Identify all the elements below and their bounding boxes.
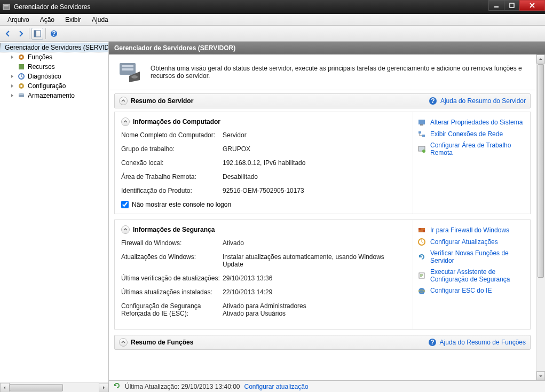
help-button[interactable]: ? bbox=[48, 28, 60, 40]
tree-item-funcoes[interactable]: Funções bbox=[0, 52, 108, 62]
value-iesec: Ativado para AdministradoresAtivado para… bbox=[223, 302, 406, 317]
menu-exibir[interactable]: Exibir bbox=[61, 15, 85, 25]
scroll-right-arrow-icon[interactable] bbox=[99, 383, 108, 392]
system-props-icon bbox=[417, 118, 426, 127]
help-link-resumo-servidor[interactable]: ? Ajuda do Resumo do Servidor bbox=[429, 97, 526, 105]
window-title: Gerenciador de Servidores bbox=[14, 3, 489, 11]
diagnostics-icon bbox=[17, 72, 26, 81]
help-link-resumo-funcoes[interactable]: ? Ajuda do Resumo de Funções bbox=[428, 338, 526, 347]
updates-icon bbox=[417, 238, 426, 246]
app-icon bbox=[2, 3, 11, 11]
link-configurar-atualizacoes[interactable]: Configurar Atualizações bbox=[416, 236, 527, 248]
svg-rect-5 bbox=[34, 30, 36, 37]
svg-rect-32 bbox=[423, 230, 425, 232]
svg-text:?: ? bbox=[431, 97, 435, 105]
toolbar-separator bbox=[45, 28, 46, 39]
link-verificar-funcoes[interactable]: Verificar Novas Funções de Servidor bbox=[416, 248, 527, 266]
svg-rect-26 bbox=[418, 131, 421, 134]
tree-item-diagnostico[interactable]: Diagnóstico bbox=[0, 72, 108, 81]
label-localconn: Conexão local: bbox=[121, 159, 223, 167]
expand-icon[interactable] bbox=[10, 83, 15, 89]
svg-rect-19 bbox=[122, 65, 133, 67]
show-hide-tree-button[interactable] bbox=[31, 28, 43, 40]
tree-item-recursos[interactable]: Recursos bbox=[0, 62, 108, 72]
label-workgroup: Grupo de trabalho: bbox=[121, 145, 223, 153]
subsection-title: Informações de Segurança bbox=[133, 226, 215, 233]
tree-root-label: Gerenciador de Servidores (SERVIDOR) bbox=[5, 44, 108, 51]
svg-rect-0 bbox=[3, 4, 10, 10]
forward-button[interactable] bbox=[15, 28, 27, 40]
svg-point-17 bbox=[19, 93, 24, 95]
tree-horizontal-scrollbar[interactable] bbox=[0, 382, 108, 392]
navigation-tree-pane: Gerenciador de Servidores (SERVIDOR) Fun… bbox=[0, 42, 109, 392]
menu-arquivo[interactable]: Arquivo bbox=[3, 15, 34, 25]
storage-icon bbox=[17, 91, 26, 100]
content-vertical-scrollbar[interactable] bbox=[536, 54, 545, 380]
features-icon bbox=[17, 62, 26, 71]
wizard-icon bbox=[417, 271, 426, 280]
collapse-button[interactable] bbox=[119, 338, 128, 347]
svg-point-21 bbox=[131, 75, 138, 79]
value-firewall: Ativado bbox=[223, 239, 406, 247]
value-remote: Desabilitado bbox=[223, 173, 406, 181]
link-assistente-seguranca[interactable]: Executar Assistente de Configuração de S… bbox=[416, 266, 527, 285]
close-button[interactable] bbox=[519, 0, 545, 11]
link-firewall[interactable]: Ir para Firewall do Windows bbox=[416, 224, 527, 236]
label-fullname: Nome Completo do Computador: bbox=[121, 131, 223, 139]
banner-text: Obtenha uma visão geral do status deste … bbox=[151, 65, 528, 80]
expand-icon bbox=[10, 64, 15, 69]
window-titlebar: Gerenciador de Servidores bbox=[0, 0, 545, 14]
expand-icon[interactable] bbox=[10, 74, 15, 79]
label-lastcheck: Última verificação de atualizações: bbox=[121, 275, 223, 282]
menubar: Arquivo Ação Exibir Ajuda bbox=[0, 14, 545, 26]
value-productid: 92516-OEM-7502905-10173 bbox=[223, 187, 406, 194]
toolbar-separator bbox=[29, 28, 29, 39]
server-overview-icon bbox=[116, 61, 143, 83]
tree-label: Armazenamento bbox=[28, 92, 75, 99]
svg-rect-27 bbox=[422, 135, 425, 137]
link-configurar-remota[interactable]: Configurar Área de Trabalho Remota bbox=[416, 140, 527, 159]
collapse-button[interactable] bbox=[121, 117, 130, 126]
section-resumo-funcoes: Resumo de Funções ? Ajuda do Resumo de F… bbox=[114, 335, 531, 350]
link-configurar-esc[interactable]: Configurar ESC do IE bbox=[416, 285, 527, 297]
help-icon: ? bbox=[429, 97, 437, 105]
tree-item-configuracao[interactable]: Configuração bbox=[0, 81, 108, 91]
menu-ajuda[interactable]: Ajuda bbox=[88, 15, 113, 25]
checkbox-noshow-logon[interactable] bbox=[121, 201, 129, 208]
scroll-thumb[interactable] bbox=[10, 384, 63, 391]
link-configurar-atualizacao[interactable]: Configurar atualização bbox=[244, 383, 308, 390]
scroll-left-arrow-icon[interactable] bbox=[0, 383, 10, 392]
tree-root[interactable]: Gerenciador de Servidores (SERVIDOR) bbox=[0, 43, 108, 52]
status-text: Última Atualização: 29/10/2013 13:40:00 bbox=[125, 383, 240, 390]
help-icon: ? bbox=[428, 338, 437, 347]
tree-label: Diagnóstico bbox=[28, 73, 61, 80]
svg-text:?: ? bbox=[430, 339, 434, 346]
svg-rect-3 bbox=[510, 3, 514, 7]
subsection-informacoes-seguranca: Informações de Segurança Firewall do Win… bbox=[114, 219, 531, 330]
svg-point-29 bbox=[422, 150, 425, 153]
collapse-button[interactable] bbox=[119, 97, 128, 105]
back-button[interactable] bbox=[2, 28, 14, 40]
scroll-thumb[interactable] bbox=[538, 64, 544, 278]
svg-rect-12 bbox=[19, 64, 24, 69]
scroll-down-arrow-icon[interactable] bbox=[536, 371, 545, 380]
tree-label: Configuração bbox=[28, 82, 66, 90]
maximize-button[interactable] bbox=[504, 0, 520, 11]
expand-icon[interactable] bbox=[10, 93, 15, 98]
link-alterar-propriedades[interactable]: Alterar Propriedades do Sistema bbox=[416, 116, 527, 128]
tree-item-armazenamento[interactable]: Armazenamento bbox=[0, 91, 108, 100]
refresh-icon bbox=[417, 253, 426, 261]
scroll-up-arrow-icon[interactable] bbox=[536, 54, 545, 64]
svg-rect-20 bbox=[122, 68, 133, 70]
status-bar: Última Atualização: 29/10/2013 13:40:00 … bbox=[109, 380, 545, 392]
collapse-button[interactable] bbox=[121, 225, 130, 234]
menu-acao[interactable]: Ação bbox=[36, 15, 59, 25]
value-workgroup: GRUPOX bbox=[223, 145, 406, 153]
value-lastinstall: 22/10/2013 14:29 bbox=[223, 288, 406, 296]
link-exibir-conexoes[interactable]: Exibir Conexões de Rede bbox=[416, 128, 527, 140]
minimize-button[interactable] bbox=[488, 0, 504, 11]
ie-icon bbox=[417, 287, 426, 295]
expand-icon[interactable] bbox=[10, 54, 15, 60]
tree-label: Funções bbox=[28, 53, 52, 61]
refresh-icon bbox=[113, 382, 121, 391]
